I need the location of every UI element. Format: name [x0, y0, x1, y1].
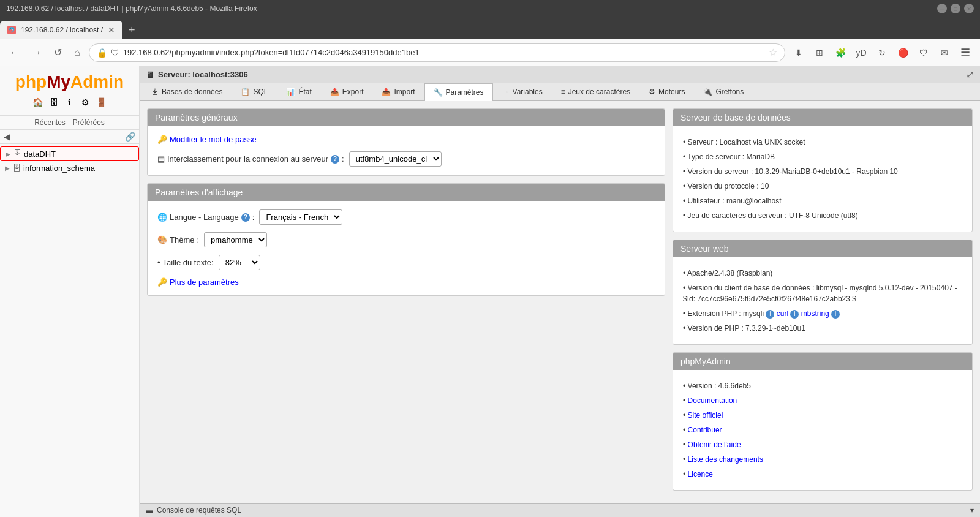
tab-greffons-label: Greffons — [715, 88, 744, 96]
phpmyadmin-logo: phpMyAdmin — [6, 72, 133, 92]
tab-parametres-icon: 🔧 — [434, 88, 443, 97]
page-content: Paramètres généraux 🔑 Modifier le mot de… — [140, 101, 980, 503]
extension-icon[interactable]: 🧩 — [832, 44, 849, 61]
font-size-row: • Taille du texte: 82% 90% 100% 110% — [157, 255, 655, 270]
window-controls: ─ □ ✕ — [937, 4, 974, 13]
mbstring-info-icon[interactable]: i — [831, 310, 840, 319]
menu-button[interactable]: ☰ — [957, 44, 974, 61]
recent-link[interactable]: Récentes — [34, 118, 66, 127]
forward-button[interactable]: → — [28, 45, 45, 61]
general-params-card: Paramètres généraux 🔑 Modifier le mot de… — [147, 108, 665, 176]
settings-icon[interactable]: ⚙ — [79, 96, 92, 109]
web-server-item-3: Extension PHP : mysqli i curl i mbstring… — [683, 306, 962, 321]
back-button[interactable]: ← — [6, 45, 23, 61]
tab-etat[interactable]: 📊 État — [277, 83, 320, 100]
maximize-button[interactable]: □ — [951, 4, 960, 13]
language-select[interactable]: Français - French English Deutsch Españo… — [259, 209, 342, 225]
tab-title: 192.168.0.62 / localhost / — [21, 26, 103, 34]
theme-select[interactable]: pmahomme original metro — [204, 232, 267, 247]
refresh-icon[interactable]: ↻ — [873, 44, 891, 61]
more-params-link[interactable]: 🔑 Plus de paramètres — [157, 277, 239, 287]
yandex-icon[interactable]: yD — [853, 44, 870, 61]
containers-icon[interactable]: ⊞ — [811, 44, 828, 61]
mbstring-link[interactable]: mbstring — [801, 309, 829, 318]
exit-icon[interactable]: 🚪 — [95, 96, 108, 109]
bookmark-icon[interactable]: ☆ — [769, 47, 777, 58]
reload-button[interactable]: ↺ — [50, 44, 66, 61]
language-row: 🌐 Langue - Language ? : Français - Frenc… — [157, 209, 655, 225]
logo-admin: Admin — [70, 72, 124, 91]
tab-close-button[interactable]: ✕ — [108, 25, 115, 35]
mysqli-info-icon[interactable]: i — [766, 310, 774, 319]
pma-licence-link[interactable]: Licence — [688, 470, 713, 478]
tab-import[interactable]: 📥 Import — [372, 83, 424, 100]
home-button[interactable]: ⌂ — [70, 45, 84, 61]
server-title-text: Serveur: localhost:3306 — [158, 70, 248, 79]
display-params-body: 🌐 Langue - Language ? : Français - Frenc… — [148, 201, 665, 295]
console-collapse[interactable]: ▾ — [970, 506, 974, 515]
db-item-datadht[interactable]: ▶ 🗄 dataDHT — [0, 146, 139, 161]
tab-bar: 🐬 192.168.0.62 / localhost / ✕ + — [0, 17, 980, 39]
tab-export-label: Export — [342, 88, 364, 96]
curl-link[interactable]: curl — [777, 309, 788, 318]
link-icon[interactable]: 🔗 — [125, 132, 135, 142]
display-params-card: Paramètres d'affichage 🌐 Langue - Langua… — [147, 183, 665, 296]
sidebar: phpMyAdmin 🏠 🗄 ℹ ⚙ 🚪 Récentes Préférées … — [0, 66, 140, 517]
collation-help-icon[interactable]: ? — [331, 155, 339, 164]
collation-select[interactable]: utf8mb4_unicode_ci utf8_general_ci latin… — [349, 151, 442, 167]
db-server-body: Serveur : Localhost via UNIX socket Type… — [673, 126, 972, 232]
browser-tab[interactable]: 🐬 192.168.0.62 / localhost / ✕ — [0, 21, 123, 39]
pma-help-link[interactable]: Obtenir de l'aide — [688, 440, 741, 449]
web-server-card: Serveur web Apache/2.4.38 (Raspbian) Ver… — [673, 240, 973, 345]
close-button[interactable]: ✕ — [964, 4, 974, 13]
change-password-link[interactable]: 🔑 Modifier le mot de passe — [157, 135, 257, 144]
tab-export[interactable]: 📤 Export — [321, 83, 373, 100]
new-tab-button[interactable]: + — [123, 21, 141, 39]
tab-jeux[interactable]: ≡ Jeux de caractères — [552, 83, 639, 100]
collapse-left-button[interactable]: ◀ — [4, 132, 10, 142]
url-bar[interactable]: 🔒 🛡 192.168.0.62/phpmyadmin/index.php?to… — [89, 43, 785, 62]
tab-sql[interactable]: 📋 SQL — [232, 83, 277, 100]
home-icon[interactable]: 🏠 — [31, 96, 45, 109]
pma-contribute-link[interactable]: Contribuer — [688, 426, 722, 434]
console-bar: ▬ Console de requêtes SQL ▾ — [140, 503, 980, 517]
info-icon[interactable]: ℹ — [63, 96, 77, 109]
tab-export-icon: 📤 — [330, 88, 339, 96]
extra-icon-2[interactable]: 🛡 — [915, 44, 932, 61]
db-server-item-5: Utilisateur : manu@localhost — [683, 194, 962, 208]
mail-icon[interactable]: ✉ — [936, 44, 953, 61]
extra-icon-1[interactable]: 🔴 — [894, 44, 911, 61]
tab-bases-de-donnees[interactable]: 🗄 Bases de données — [142, 83, 232, 100]
tab-variables-icon: → — [502, 88, 510, 96]
tab-import-icon: 📥 — [382, 88, 391, 96]
tab-parametres[interactable]: 🔧 Paramètres — [424, 83, 493, 101]
tab-moteurs[interactable]: ⚙ Moteurs — [639, 83, 694, 100]
tab-greffons[interactable]: 🔌 Greffons — [694, 83, 753, 100]
db-icon[interactable]: 🗄 — [47, 96, 61, 109]
curl-info-icon[interactable]: i — [790, 310, 799, 319]
left-column: Paramètres généraux 🔑 Modifier le mot de… — [147, 108, 665, 496]
tab-etat-label: État — [298, 88, 311, 96]
general-params-header: Paramètres généraux — [148, 109, 665, 126]
maximize-pane-button[interactable]: ⤢ — [966, 69, 974, 80]
db-item-information-schema[interactable]: ▶ 🗄 information_schema — [0, 161, 139, 175]
pma-site-link[interactable]: Site officiel — [688, 411, 723, 420]
font-size-select[interactable]: 82% 90% 100% 110% — [219, 255, 260, 270]
downloads-icon[interactable]: ⬇ — [790, 44, 807, 61]
db-server-title: Serveur de base de données — [680, 113, 791, 123]
web-server-title: Serveur web — [680, 244, 729, 254]
pma-help: Obtenir de l'aide — [683, 437, 962, 452]
pma-changes-link[interactable]: Liste des changements — [688, 455, 763, 464]
language-help-icon[interactable]: ? — [241, 213, 250, 222]
minimize-button[interactable]: ─ — [937, 4, 947, 13]
sidebar-header: phpMyAdmin 🏠 🗄 ℹ ⚙ 🚪 — [0, 66, 139, 116]
general-params-title: Paramètres généraux — [155, 113, 238, 123]
theme-icon: 🎨 — [157, 235, 167, 244]
pma-site: Site officiel — [683, 408, 962, 423]
console-label[interactable]: Console de requêtes SQL — [157, 506, 241, 515]
favorites-link[interactable]: Préférées — [73, 118, 105, 127]
pma-documentation-link[interactable]: Documentation — [688, 396, 737, 405]
collation-row: ▤ Interclassement pour la connexion au s… — [157, 151, 655, 167]
tab-variables[interactable]: → Variables — [493, 83, 552, 100]
tab-import-label: Import — [394, 88, 415, 96]
